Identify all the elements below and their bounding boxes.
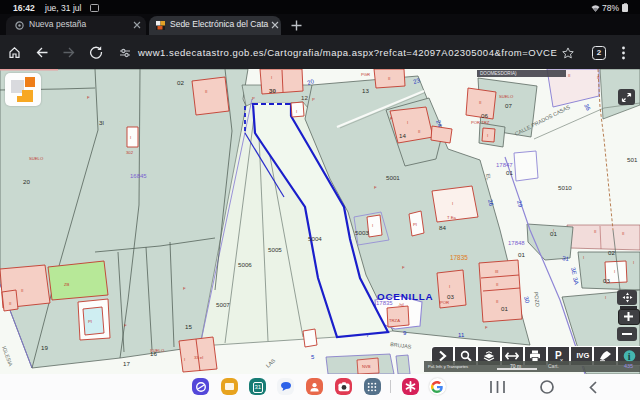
svg-text:II: II (496, 299, 498, 304)
svg-text:16845: 16845 (130, 173, 147, 179)
svg-text:01: 01 (506, 169, 513, 176)
svg-text:POR: POR (440, 300, 449, 305)
svg-text:SUELO: SUELO (29, 156, 44, 161)
svg-text:13: 13 (362, 87, 369, 94)
svg-text:07: 07 (505, 102, 512, 109)
svg-text:SUELO: SUELO (150, 348, 165, 353)
svg-text:I: I (271, 75, 272, 80)
svg-text:12: 12 (301, 94, 308, 101)
svg-text:I: I (583, 255, 584, 260)
svg-text:I: I (296, 109, 297, 114)
svg-text:I: I (130, 135, 131, 140)
svg-text:i: i (628, 351, 631, 362)
svg-text:03: 03 (603, 277, 610, 284)
svg-text:II: II (597, 75, 599, 80)
svg-text:302: 302 (126, 150, 134, 155)
svg-text:17835: 17835 (450, 254, 468, 261)
svg-text:I: I (487, 133, 488, 138)
svg-text:POR TRZ: POR TRZ (471, 120, 490, 125)
svg-text:06: 06 (481, 112, 488, 119)
svg-text:01: 01 (518, 251, 525, 258)
svg-text:PGR: PGR (361, 72, 370, 77)
svg-text:17848: 17848 (508, 240, 525, 246)
svg-text:5003: 5003 (355, 229, 369, 236)
svg-text:5005: 5005 (268, 246, 282, 253)
svg-text:T Ea: T Ea (447, 215, 456, 220)
svg-text:I: I (614, 269, 615, 274)
svg-text:30: 30 (269, 87, 276, 94)
svg-text:II: II (9, 301, 11, 306)
svg-text:ZB: ZB (64, 282, 70, 287)
svg-text:F: F (87, 95, 90, 100)
svg-text:II: II (21, 288, 23, 293)
svg-text:501: 501 (627, 156, 638, 163)
svg-text:5006: 5006 (238, 261, 252, 268)
svg-text:II: II (205, 89, 207, 94)
svg-text:P: P (252, 96, 255, 101)
svg-text:F: F (183, 286, 186, 291)
svg-text:14: 14 (399, 132, 406, 139)
svg-text:33 el: 33 el (194, 355, 203, 360)
svg-text:PI: PI (88, 319, 92, 324)
svg-text:I: I (452, 201, 453, 206)
svg-text:II: II (496, 282, 498, 287)
svg-text:II: II (479, 100, 481, 105)
svg-text:I: I (553, 228, 554, 233)
svg-text:03: 03 (447, 293, 454, 300)
svg-text:I: I (407, 120, 408, 125)
svg-text:TRZA: TRZA (389, 318, 400, 323)
svg-text:15: 15 (185, 323, 192, 330)
svg-text:I: I (184, 357, 185, 362)
svg-text:P: P (312, 97, 315, 102)
svg-text:17: 17 (123, 360, 130, 367)
svg-text:F: F (374, 185, 377, 190)
svg-text:20: 20 (23, 178, 30, 185)
svg-text:F: F (390, 116, 393, 121)
svg-text:II: II (622, 231, 624, 236)
svg-text:11: 11 (458, 332, 465, 338)
svg-text:F: F (124, 323, 127, 328)
svg-text:5001: 5001 (386, 174, 400, 181)
svg-text:OCENILLA: OCENILLA (377, 291, 433, 302)
svg-text:01: 01 (501, 305, 508, 312)
svg-text:F: F (485, 325, 488, 330)
svg-text:II: II (594, 229, 596, 234)
svg-text:SUELO: SUELO (499, 94, 514, 99)
svg-text:I: I (605, 295, 606, 300)
svg-text:III: III (495, 269, 499, 274)
svg-text:17847: 17847 (496, 162, 513, 168)
svg-text:F: F (402, 265, 405, 270)
svg-text:II: II (568, 73, 570, 78)
svg-text:NVB: NVB (362, 364, 371, 369)
svg-text:02: 02 (177, 79, 184, 86)
svg-text:5010: 5010 (558, 184, 572, 191)
svg-text:84: 84 (439, 224, 446, 231)
svg-text:EL: EL (485, 173, 492, 181)
svg-text:5004: 5004 (308, 235, 322, 242)
svg-text:I: I (633, 260, 634, 265)
svg-text:I: I (372, 223, 373, 228)
svg-text:I: I (449, 284, 450, 289)
svg-text:5007: 5007 (216, 301, 230, 308)
svg-text:II: II (418, 129, 420, 134)
svg-text:PI: PI (413, 222, 417, 227)
svg-text:II: II (388, 76, 390, 81)
svg-text:3l: 3l (99, 119, 104, 126)
svg-text:-hil: -hil (398, 302, 404, 307)
svg-text:02: 02 (608, 249, 615, 256)
svg-text:19: 19 (41, 344, 48, 351)
